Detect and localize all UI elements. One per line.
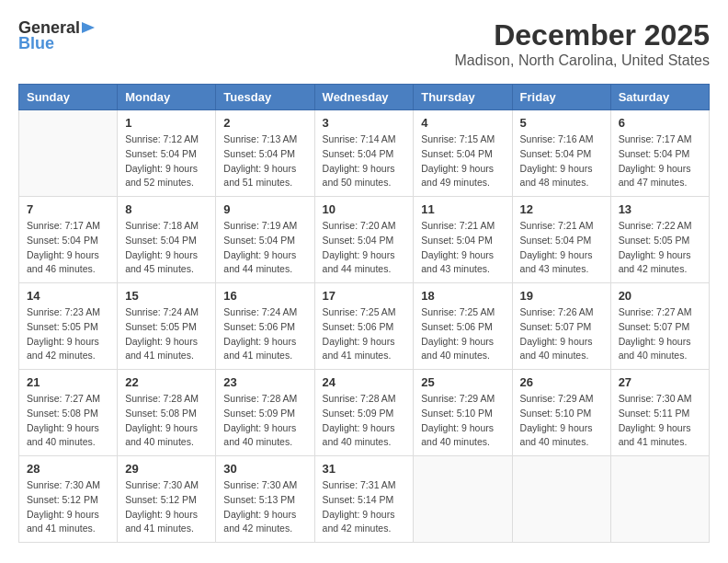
table-row: 16Sunrise: 7:24 AMSunset: 5:06 PMDayligh… [216,283,314,370]
table-row [414,456,512,543]
day-info: Sunrise: 7:20 AMSunset: 5:04 PMDaylight:… [323,219,406,277]
day-number: 17 [323,289,406,303]
table-row: 8Sunrise: 7:18 AMSunset: 5:04 PMDaylight… [118,197,216,283]
day-info: Sunrise: 7:31 AMSunset: 5:14 PMDaylight:… [323,478,406,536]
day-number: 26 [520,375,603,389]
day-number: 3 [323,116,406,130]
day-info: Sunrise: 7:15 AMSunset: 5:04 PMDaylight:… [421,132,504,190]
table-row: 30Sunrise: 7:30 AMSunset: 5:13 PMDayligh… [216,456,314,543]
col-tuesday: Tuesday [216,85,314,110]
day-number: 5 [520,116,603,130]
calendar-week-row: 1Sunrise: 7:12 AMSunset: 5:04 PMDaylight… [19,110,710,197]
day-info: Sunrise: 7:28 AMSunset: 5:08 PMDaylight:… [125,392,208,450]
table-row: 24Sunrise: 7:28 AMSunset: 5:09 PMDayligh… [314,370,414,456]
col-monday: Monday [118,85,216,110]
day-info: Sunrise: 7:12 AMSunset: 5:04 PMDaylight:… [125,132,208,190]
table-row: 12Sunrise: 7:21 AMSunset: 5:04 PMDayligh… [512,197,610,283]
day-info: Sunrise: 7:30 AMSunset: 5:13 PMDaylight:… [223,478,306,536]
table-row: 28Sunrise: 7:30 AMSunset: 5:12 PMDayligh… [19,456,118,543]
day-info: Sunrise: 7:30 AMSunset: 5:11 PMDaylight:… [619,392,701,450]
day-info: Sunrise: 7:24 AMSunset: 5:05 PMDaylight:… [125,305,208,363]
day-number: 6 [619,116,701,130]
table-row: 9Sunrise: 7:19 AMSunset: 5:04 PMDaylight… [216,197,314,283]
day-number: 20 [619,289,701,303]
col-sunday: Sunday [19,85,118,110]
day-number: 4 [421,116,504,130]
day-number: 23 [223,375,306,389]
day-number: 14 [27,289,109,303]
table-row: 18Sunrise: 7:25 AMSunset: 5:06 PMDayligh… [414,283,512,370]
day-info: Sunrise: 7:23 AMSunset: 5:05 PMDaylight:… [27,305,109,363]
day-number: 11 [421,202,504,216]
day-info: Sunrise: 7:19 AMSunset: 5:04 PMDaylight:… [223,219,306,277]
table-row: 1Sunrise: 7:12 AMSunset: 5:04 PMDaylight… [118,110,216,197]
day-number: 29 [125,462,208,476]
day-number: 30 [223,462,306,476]
day-info: Sunrise: 7:30 AMSunset: 5:12 PMDaylight:… [125,478,208,536]
day-number: 28 [27,462,109,476]
table-row: 15Sunrise: 7:24 AMSunset: 5:05 PMDayligh… [118,283,216,370]
day-number: 2 [223,116,306,130]
col-saturday: Saturday [610,85,709,110]
day-number: 13 [619,202,701,216]
table-row: 5Sunrise: 7:16 AMSunset: 5:04 PMDaylight… [512,110,610,197]
day-info: Sunrise: 7:25 AMSunset: 5:06 PMDaylight:… [323,305,406,363]
table-row: 23Sunrise: 7:28 AMSunset: 5:09 PMDayligh… [216,370,314,456]
month-title: December 2025 [455,18,710,52]
table-row: 14Sunrise: 7:23 AMSunset: 5:05 PMDayligh… [19,283,118,370]
table-row [512,456,610,543]
calendar-header-row: Sunday Monday Tuesday Wednesday Thursday… [19,85,710,110]
table-row: 31Sunrise: 7:31 AMSunset: 5:14 PMDayligh… [314,456,414,543]
table-row: 25Sunrise: 7:29 AMSunset: 5:10 PMDayligh… [414,370,512,456]
calendar-week-row: 21Sunrise: 7:27 AMSunset: 5:08 PMDayligh… [19,370,710,456]
logo: General Blue [18,18,95,53]
table-row: 6Sunrise: 7:17 AMSunset: 5:04 PMDaylight… [610,110,709,197]
day-number: 19 [520,289,603,303]
table-row: 7Sunrise: 7:17 AMSunset: 5:04 PMDaylight… [19,197,118,283]
day-number: 1 [125,116,208,130]
calendar-week-row: 28Sunrise: 7:30 AMSunset: 5:12 PMDayligh… [19,456,710,543]
col-wednesday: Wednesday [314,85,414,110]
col-friday: Friday [512,85,610,110]
day-info: Sunrise: 7:22 AMSunset: 5:05 PMDaylight:… [619,219,701,277]
table-row: 20Sunrise: 7:27 AMSunset: 5:07 PMDayligh… [610,283,709,370]
day-number: 24 [323,375,406,389]
day-number: 31 [323,462,406,476]
col-thursday: Thursday [414,85,512,110]
day-info: Sunrise: 7:21 AMSunset: 5:04 PMDaylight:… [520,219,603,277]
day-number: 15 [125,289,208,303]
day-info: Sunrise: 7:28 AMSunset: 5:09 PMDaylight:… [323,392,406,450]
table-row [19,110,118,197]
day-number: 8 [125,202,208,216]
logo-blue-text: Blue [18,34,54,53]
day-info: Sunrise: 7:26 AMSunset: 5:07 PMDaylight:… [520,305,603,363]
table-row: 13Sunrise: 7:22 AMSunset: 5:05 PMDayligh… [610,197,709,283]
day-info: Sunrise: 7:14 AMSunset: 5:04 PMDaylight:… [323,132,406,190]
table-row: 27Sunrise: 7:30 AMSunset: 5:11 PMDayligh… [610,370,709,456]
day-number: 27 [619,375,701,389]
day-number: 18 [421,289,504,303]
location-title: Madison, North Carolina, United States [455,52,710,69]
table-row: 26Sunrise: 7:29 AMSunset: 5:10 PMDayligh… [512,370,610,456]
day-number: 9 [223,202,306,216]
table-row: 3Sunrise: 7:14 AMSunset: 5:04 PMDaylight… [314,110,414,197]
table-row: 22Sunrise: 7:28 AMSunset: 5:08 PMDayligh… [118,370,216,456]
calendar-week-row: 14Sunrise: 7:23 AMSunset: 5:05 PMDayligh… [19,283,710,370]
day-info: Sunrise: 7:28 AMSunset: 5:09 PMDaylight:… [223,392,306,450]
title-block: December 2025 Madison, North Carolina, U… [455,18,710,69]
day-info: Sunrise: 7:29 AMSunset: 5:10 PMDaylight:… [421,392,504,450]
day-info: Sunrise: 7:25 AMSunset: 5:06 PMDaylight:… [421,305,504,363]
page-header: General Blue December 2025 Madison, Nort… [18,18,710,69]
day-info: Sunrise: 7:27 AMSunset: 5:08 PMDaylight:… [27,392,109,450]
table-row: 10Sunrise: 7:20 AMSunset: 5:04 PMDayligh… [314,197,414,283]
day-info: Sunrise: 7:30 AMSunset: 5:12 PMDaylight:… [27,478,109,536]
day-info: Sunrise: 7:21 AMSunset: 5:04 PMDaylight:… [421,219,504,277]
day-number: 7 [27,202,109,216]
day-info: Sunrise: 7:17 AMSunset: 5:04 PMDaylight:… [619,132,701,190]
day-number: 22 [125,375,208,389]
svg-marker-0 [82,22,95,33]
table-row: 2Sunrise: 7:13 AMSunset: 5:04 PMDaylight… [216,110,314,197]
logo-arrow-icon [82,20,95,37]
calendar-table: Sunday Monday Tuesday Wednesday Thursday… [18,84,710,543]
table-row: 19Sunrise: 7:26 AMSunset: 5:07 PMDayligh… [512,283,610,370]
